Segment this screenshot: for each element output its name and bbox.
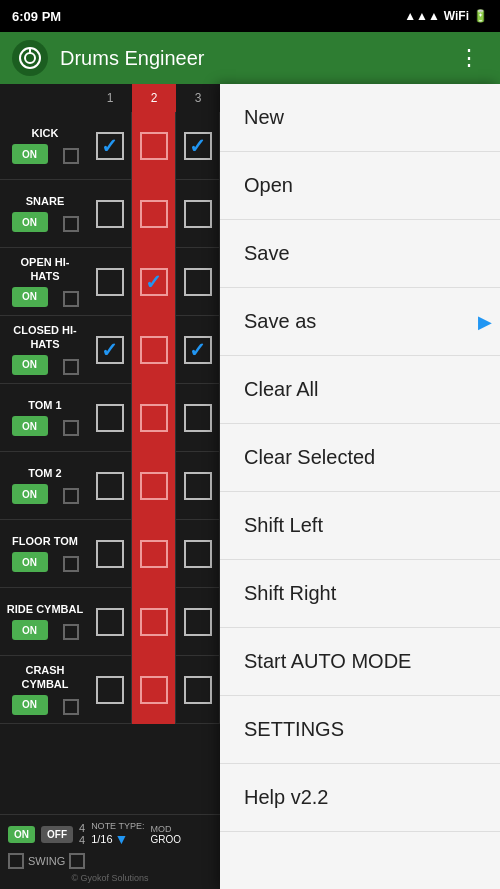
cell-3-1 xyxy=(132,316,176,384)
menu-item-label-1: Open xyxy=(244,174,293,197)
cell-cb-8-1[interactable] xyxy=(140,676,168,704)
cell-cb-1-2[interactable] xyxy=(184,200,212,228)
cell-cb-6-1[interactable] xyxy=(140,540,168,568)
cell-cb-5-0[interactable] xyxy=(96,472,124,500)
drum-name-4: TOM 1 xyxy=(6,399,84,412)
cell-7-2 xyxy=(176,588,220,656)
menu-item-2[interactable]: Save xyxy=(220,220,500,288)
drum-row-3: CLOSED HI-HATSON xyxy=(0,316,220,384)
swing-label: SWING xyxy=(28,855,65,867)
cell-cb-4-1[interactable] xyxy=(140,404,168,432)
off-button[interactable]: OFF xyxy=(41,826,73,843)
cell-7-1 xyxy=(132,588,176,656)
header-nums: 1 2 3 xyxy=(88,84,220,112)
cell-cb-0-0[interactable] xyxy=(96,132,124,160)
drum-on-btn-5[interactable]: ON xyxy=(12,484,48,504)
status-time: 6:09 PM xyxy=(12,9,61,24)
cell-cb-5-1[interactable] xyxy=(140,472,168,500)
drum-cells-7 xyxy=(88,588,220,656)
menu-button[interactable]: ⋮ xyxy=(450,41,488,75)
note-value: 1/16 ▼ xyxy=(91,831,144,847)
cell-cb-1-1[interactable] xyxy=(140,200,168,228)
menu-item-4[interactable]: Clear All xyxy=(220,356,500,424)
cell-cb-7-1[interactable] xyxy=(140,608,168,636)
cell-cb-4-2[interactable] xyxy=(184,404,212,432)
menu-item-label-7: Shift Right xyxy=(244,582,336,605)
drum-on-btn-1[interactable]: ON xyxy=(12,212,48,232)
drum-cells-4 xyxy=(88,384,220,452)
drum-checkbox-5[interactable] xyxy=(63,488,79,504)
menu-item-3[interactable]: Save as▶ xyxy=(220,288,500,356)
cell-cb-3-1[interactable] xyxy=(140,336,168,364)
drum-on-btn-3[interactable]: ON xyxy=(12,355,48,375)
cell-1-2 xyxy=(176,180,220,248)
cell-5-1 xyxy=(132,452,176,520)
cell-cb-7-2[interactable] xyxy=(184,608,212,636)
cell-3-2 xyxy=(176,316,220,384)
copyright: © Gyokof Solutions xyxy=(8,873,212,883)
cell-cb-0-1[interactable] xyxy=(140,132,168,160)
drum-on-btn-8[interactable]: ON xyxy=(12,695,48,715)
drum-checkbox-7[interactable] xyxy=(63,624,79,640)
cell-6-1 xyxy=(132,520,176,588)
cell-4-1 xyxy=(132,384,176,452)
drum-label-area-7: RIDE CYMBALON xyxy=(0,599,88,644)
menu-item-8[interactable]: Start AUTO MODE xyxy=(220,628,500,696)
menu-item-6[interactable]: Shift Left xyxy=(220,492,500,560)
drum-row-7: RIDE CYMBALON xyxy=(0,588,220,656)
cell-cb-8-0[interactable] xyxy=(96,676,124,704)
drum-checkbox-8[interactable] xyxy=(63,699,79,715)
cell-cb-1-0[interactable] xyxy=(96,200,124,228)
drum-cells-3 xyxy=(88,316,220,384)
drum-label-area-2: OPEN HI-HATSON xyxy=(0,252,88,310)
drum-checkbox-6[interactable] xyxy=(63,556,79,572)
mode-label: MOD xyxy=(150,824,181,834)
cell-cb-6-0[interactable] xyxy=(96,540,124,568)
cell-cb-2-0[interactable] xyxy=(96,268,124,296)
drum-checkbox-3[interactable] xyxy=(63,359,79,375)
drum-on-btn-2[interactable]: ON xyxy=(12,287,48,307)
drum-checkbox-2[interactable] xyxy=(63,291,79,307)
cell-cb-3-0[interactable] xyxy=(96,336,124,364)
menu-item-1[interactable]: Open xyxy=(220,152,500,220)
cell-cb-3-2[interactable] xyxy=(184,336,212,364)
bottom-row2: SWING xyxy=(8,853,212,869)
menu-item-7[interactable]: Shift Right xyxy=(220,560,500,628)
drum-checkbox-0[interactable] xyxy=(63,148,79,164)
on-button[interactable]: ON xyxy=(8,826,35,843)
header-label-empty xyxy=(0,84,88,112)
cell-cb-0-2[interactable] xyxy=(184,132,212,160)
swing-checkbox-2[interactable] xyxy=(69,853,85,869)
main-content: 1 2 3 KICKONSNAREONOPEN HI-HATSONCLOSED … xyxy=(0,84,500,889)
cell-2-2 xyxy=(176,248,220,316)
cell-cb-2-2[interactable] xyxy=(184,268,212,296)
cell-4-0 xyxy=(88,384,132,452)
drum-on-btn-6[interactable]: ON xyxy=(12,552,48,572)
swing-checkbox-1[interactable] xyxy=(8,853,24,869)
drum-checkbox-4[interactable] xyxy=(63,420,79,436)
drum-grid: 1 2 3 KICKONSNAREONOPEN HI-HATSONCLOSED … xyxy=(0,84,220,889)
cell-5-0 xyxy=(88,452,132,520)
note-type-area: NOTE TYPE: 1/16 ▼ xyxy=(91,821,144,847)
cell-cb-8-2[interactable] xyxy=(184,676,212,704)
drum-rows-container: KICKONSNAREONOPEN HI-HATSONCLOSED HI-HAT… xyxy=(0,112,220,724)
battery-icon: 🔋 xyxy=(473,9,488,23)
drum-on-btn-0[interactable]: ON xyxy=(12,144,48,164)
drum-row-1: SNAREON xyxy=(0,180,220,248)
drum-on-btn-4[interactable]: ON xyxy=(12,416,48,436)
cell-6-2 xyxy=(176,520,220,588)
menu-item-5[interactable]: Clear Selected xyxy=(220,424,500,492)
drum-checkbox-1[interactable] xyxy=(63,216,79,232)
menu-item-0[interactable]: New xyxy=(220,84,500,152)
menu-item-10[interactable]: Help v2.2 xyxy=(220,764,500,832)
cell-cb-6-2[interactable] xyxy=(184,540,212,568)
status-bar: 6:09 PM ▲▲▲ WiFi 🔋 xyxy=(0,0,500,32)
drum-on-btn-7[interactable]: ON xyxy=(12,620,48,640)
menu-item-9[interactable]: SETTINGS xyxy=(220,696,500,764)
cell-cb-5-2[interactable] xyxy=(184,472,212,500)
menu-item-arrow-3: ▶ xyxy=(478,311,492,333)
cell-cb-7-0[interactable] xyxy=(96,608,124,636)
cell-cb-4-0[interactable] xyxy=(96,404,124,432)
cell-cb-2-1[interactable] xyxy=(140,268,168,296)
drum-cells-6 xyxy=(88,520,220,588)
